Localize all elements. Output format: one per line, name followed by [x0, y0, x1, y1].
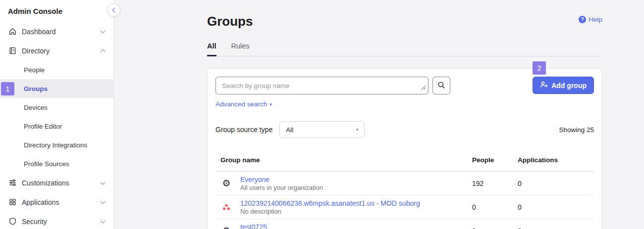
main-content: Groups ? Help All Rules: [114, 0, 644, 229]
sidebar-item-devices[interactable]: Devices: [0, 98, 113, 117]
sidebar-item-applications[interactable]: Applications: [0, 192, 113, 212]
annotation-step-1-badge: 1: [1, 82, 14, 95]
sidebar-item-label: Devices: [24, 104, 48, 111]
column-header-applications: Applications: [518, 156, 594, 164]
advanced-search-label: Advanced search: [215, 100, 267, 108]
column-header-people: People: [472, 156, 518, 164]
group-source-type-select[interactable]: All ▾: [279, 121, 365, 138]
sidebar-item-label: Groups: [24, 85, 48, 92]
okta-group-icon: ⚙: [220, 178, 232, 189]
help-label: Help: [589, 16, 602, 23]
apps-grid-icon: [8, 198, 17, 207]
shield-icon: [8, 217, 17, 226]
applications-count: 0: [518, 180, 594, 187]
groups-table: Group name People Applications ⚙ Everyon…: [215, 149, 594, 229]
page-title: Groups: [207, 14, 253, 29]
home-icon: [8, 27, 17, 36]
chevron-down-icon: [101, 180, 106, 184]
table-header-row: Group name People Applications: [215, 149, 594, 172]
sidebar-item-groups[interactable]: Groups: [0, 79, 113, 98]
advanced-search-link[interactable]: Advanced search ▾: [215, 100, 272, 108]
select-value: All: [286, 126, 293, 134]
chevron-left-icon: [112, 8, 117, 13]
page-container: Groups ? Help All Rules: [207, 0, 602, 229]
group-name-link[interactable]: test0725: [240, 223, 281, 229]
group-search-input[interactable]: [215, 77, 429, 94]
sidebar-nav: Dashboard Directory People Groups Device: [0, 22, 113, 229]
sidebar-item-directory-integrations[interactable]: Directory Integrations: [0, 136, 113, 154]
sidebar-item-label: Customizations: [22, 179, 101, 187]
magnifier-icon: [437, 81, 445, 91]
directory-icon: [8, 46, 17, 55]
sidebar-item-label: Profile Editor: [24, 123, 62, 130]
group-description: No description: [240, 208, 420, 215]
chevron-up-icon: [101, 49, 106, 54]
people-count: 192: [472, 180, 518, 187]
sidebar-item-label: Security: [22, 218, 101, 226]
sidebar-item-label: People: [24, 66, 45, 74]
app-title: Admin Console: [8, 7, 62, 15]
showing-count: Showing 25: [559, 126, 594, 134]
tab-rules[interactable]: Rules: [231, 42, 250, 56]
group-name-link[interactable]: 1202392140066238.w6mpsk.asanatest1.us - …: [240, 199, 420, 207]
applications-count: 0: [518, 227, 594, 229]
sidebar-item-label: Directory Integrations: [24, 141, 87, 149]
annotation-step-2-badge: 2: [533, 61, 546, 75]
applications-count: 0: [518, 203, 594, 211]
sidebar-item-customizations[interactable]: Customizations: [0, 173, 113, 192]
okta-group-icon: ⚙: [220, 225, 232, 229]
people-count: 0: [472, 203, 518, 211]
group-source-type-label: Group source type: [215, 126, 272, 134]
help-icon: ?: [579, 16, 586, 23]
sidebar-item-people[interactable]: People: [0, 60, 113, 79]
search-button[interactable]: [432, 77, 450, 94]
sidebar-item-label: Dashboard: [22, 28, 101, 36]
sidebar-item-label: Applications: [22, 198, 101, 206]
add-group-button[interactable]: Add group: [533, 77, 594, 94]
table-row: ⚙ Everyone All users in your organizatio…: [215, 172, 594, 195]
asana-group-icon: [220, 203, 232, 212]
table-row: ⚙ test0725 No description 0 0: [215, 219, 594, 229]
sidebar: Admin Console Dashboard Directory: [0, 0, 114, 229]
search-group: [215, 77, 450, 94]
sidebar-item-profile-sources[interactable]: Profile Sources: [0, 154, 113, 173]
page-header: Groups ? Help: [207, 14, 602, 29]
sidebar-item-label: Directory: [22, 47, 101, 55]
groups-toolbar: 2 Add group: [215, 77, 594, 94]
directory-subnav: People Groups Devices Profile Editor Dir…: [0, 60, 113, 173]
add-user-icon: [540, 81, 548, 90]
people-count: 0: [472, 227, 518, 229]
chevron-down-icon: [101, 199, 106, 204]
caret-down-icon: ▾: [356, 127, 359, 132]
group-description: All users in your organization: [240, 184, 323, 191]
sidebar-item-profile-editor[interactable]: Profile Editor: [0, 117, 113, 136]
sliders-icon: [8, 179, 17, 187]
table-body: ⚙ Everyone All users in your organizatio…: [215, 172, 594, 229]
admin-console-app: Admin Console Dashboard Directory: [0, 0, 644, 229]
tabs-bar: All Rules: [207, 42, 602, 56]
add-group-wrap: 2 Add group: [533, 77, 594, 94]
add-group-label: Add group: [551, 82, 587, 90]
sidebar-header: Admin Console: [0, 0, 113, 22]
column-header-group-name: Group name: [215, 153, 472, 167]
sidebar-item-dashboard[interactable]: Dashboard: [0, 22, 113, 41]
search-field-wrap: [215, 77, 429, 94]
help-link[interactable]: ? Help: [579, 16, 602, 23]
sidebar-collapse-button[interactable]: [107, 3, 120, 17]
tab-all[interactable]: All: [207, 42, 216, 56]
sidebar-item-security[interactable]: Security: [0, 212, 113, 229]
groups-card: 2 Add group Advanced search ▾ Grou: [207, 68, 602, 229]
chevron-down-icon: [101, 28, 106, 33]
sidebar-item-directory[interactable]: Directory: [0, 41, 113, 60]
caret-down-icon: ▾: [269, 102, 272, 107]
group-name-link[interactable]: Everyone: [240, 176, 323, 183]
filter-row: Group source type All ▾ Showing 25: [215, 121, 594, 138]
chevron-down-icon: [101, 218, 106, 223]
sidebar-item-label: Profile Sources: [24, 160, 69, 168]
table-row: 1202392140066238.w6mpsk.asanatest1.us - …: [215, 195, 594, 219]
